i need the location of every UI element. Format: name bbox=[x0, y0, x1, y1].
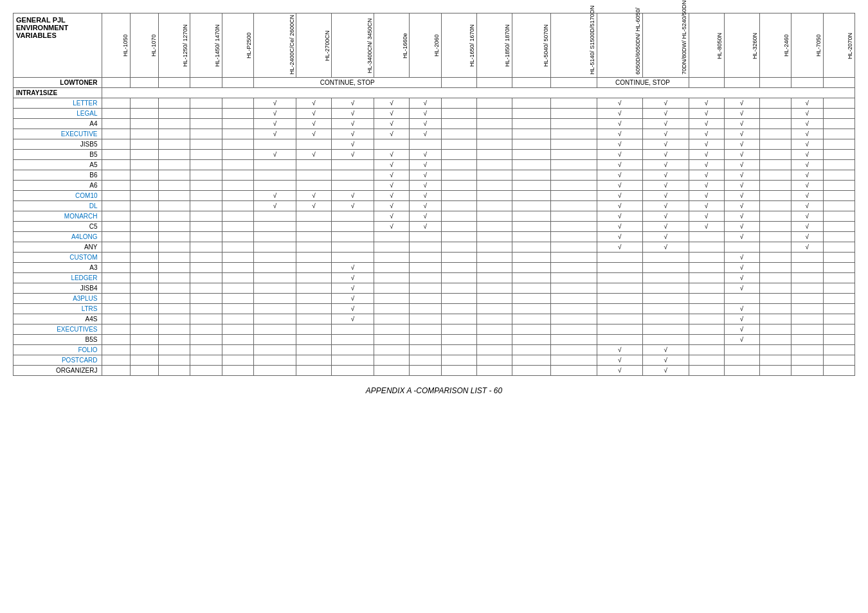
cell-value bbox=[441, 211, 476, 222]
cell-value bbox=[190, 119, 222, 129]
cell-value bbox=[130, 170, 158, 181]
cell-value: √ bbox=[296, 129, 332, 139]
cell-value bbox=[551, 160, 597, 170]
cell-value bbox=[551, 314, 597, 324]
cell-value bbox=[476, 109, 512, 119]
cell-value bbox=[512, 119, 551, 129]
cell-value: √ bbox=[332, 98, 374, 109]
cell-value bbox=[823, 109, 855, 119]
cell-value bbox=[410, 273, 442, 283]
cell-value bbox=[512, 181, 551, 191]
cell-value bbox=[823, 222, 855, 232]
cell-value bbox=[158, 119, 190, 129]
cell-value bbox=[476, 355, 512, 366]
cell-value bbox=[158, 150, 190, 160]
cell-value: √ bbox=[374, 191, 410, 201]
cell-value: √ bbox=[597, 355, 643, 366]
cell-value bbox=[158, 191, 190, 201]
cell-value bbox=[102, 139, 130, 150]
table-row: DL√√√√√√√√√√ bbox=[14, 201, 855, 211]
col-hl5040n: HL-5040/ 5070N bbox=[512, 13, 551, 78]
cell-value bbox=[190, 283, 222, 294]
cell-value bbox=[296, 253, 332, 263]
cell-value bbox=[374, 355, 410, 366]
cell-value: √ bbox=[597, 129, 643, 139]
cell-value bbox=[476, 263, 512, 273]
table-row: LETTER√√√√√√√√√√ bbox=[14, 98, 855, 109]
cell-value bbox=[724, 294, 759, 304]
cell-value bbox=[332, 253, 374, 263]
cell-value bbox=[222, 119, 254, 129]
cell-value bbox=[724, 242, 759, 253]
cell-value bbox=[551, 170, 597, 181]
cell-value bbox=[551, 119, 597, 129]
col-hl3400cn: HL-3400CN/ 3450CN bbox=[332, 13, 374, 78]
cell-value: √ bbox=[597, 191, 643, 201]
cell-value: √ bbox=[724, 324, 759, 335]
cell-value: √ bbox=[689, 170, 724, 181]
table-row: LEDGER√√ bbox=[14, 273, 855, 283]
cell-empty bbox=[441, 78, 476, 88]
table-row: MONARCH√√√√√√√ bbox=[14, 211, 855, 222]
cell-value: √ bbox=[597, 119, 643, 129]
cell-empty bbox=[512, 78, 551, 88]
cell-value: √ bbox=[791, 222, 824, 232]
col-hl2700cn: HL-2700CN bbox=[296, 13, 332, 78]
cell-value: √ bbox=[410, 129, 442, 139]
cell-value bbox=[102, 253, 130, 263]
cell-value: √ bbox=[724, 273, 759, 283]
cell-value bbox=[296, 160, 332, 170]
table-row: A3√√ bbox=[14, 263, 855, 273]
cell-value bbox=[551, 253, 597, 263]
cell-value: √ bbox=[296, 150, 332, 160]
cell-value bbox=[158, 181, 190, 191]
cell-value bbox=[332, 366, 374, 376]
cell-value bbox=[190, 242, 222, 253]
cell-value bbox=[296, 324, 332, 335]
row-label: A4LONG bbox=[14, 232, 102, 242]
table-row: B5S√ bbox=[14, 335, 855, 345]
row-label: B5S bbox=[14, 335, 102, 345]
cell-value bbox=[130, 181, 158, 191]
cell-value bbox=[254, 139, 296, 150]
cell-value bbox=[190, 109, 222, 119]
cell-value bbox=[190, 98, 222, 109]
row-label: CUSTOM bbox=[14, 253, 102, 263]
cell-value bbox=[512, 129, 551, 139]
cell-value bbox=[823, 366, 855, 376]
cell-value bbox=[643, 253, 689, 263]
cell-value bbox=[296, 181, 332, 191]
cell-value bbox=[791, 273, 824, 283]
cell-value bbox=[476, 345, 512, 355]
row-label: COM10 bbox=[14, 191, 102, 201]
cell-value bbox=[823, 324, 855, 335]
cell-value: √ bbox=[724, 150, 759, 160]
cell-value bbox=[823, 294, 855, 304]
cell-value: √ bbox=[254, 191, 296, 201]
col-hl2070n: HL-2070N bbox=[823, 13, 855, 78]
cell-value: √ bbox=[689, 222, 724, 232]
cell-value bbox=[130, 324, 158, 335]
cell-value: √ bbox=[724, 160, 759, 170]
cell-value: √ bbox=[724, 314, 759, 324]
cell-value bbox=[759, 129, 791, 139]
cell-value: √ bbox=[689, 119, 724, 129]
cell-value bbox=[158, 355, 190, 366]
cell-value: √ bbox=[374, 170, 410, 181]
cell-value bbox=[410, 355, 442, 366]
cell-value bbox=[332, 355, 374, 366]
cell-value bbox=[130, 314, 158, 324]
cell-value bbox=[332, 232, 374, 242]
cell-value bbox=[374, 304, 410, 314]
cell-value bbox=[130, 294, 158, 304]
table-row: A4√√√√√√√√√√ bbox=[14, 119, 855, 129]
cell-value bbox=[441, 129, 476, 139]
cell-value bbox=[130, 283, 158, 294]
cell-value bbox=[689, 283, 724, 294]
cell-value bbox=[158, 109, 190, 119]
cell-value bbox=[759, 181, 791, 191]
cell-value: √ bbox=[791, 98, 824, 109]
cell-section-header bbox=[102, 88, 855, 98]
cell-value bbox=[441, 109, 476, 119]
cell-value bbox=[102, 119, 130, 129]
